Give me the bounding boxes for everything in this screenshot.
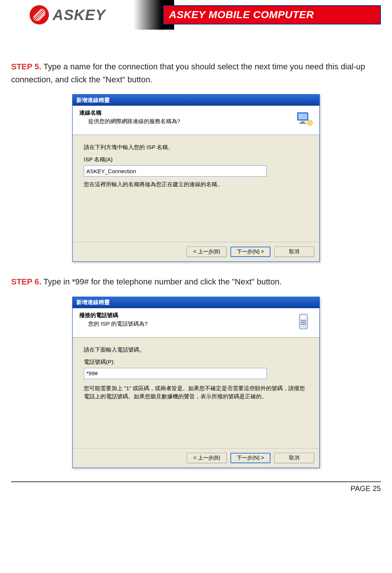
step-6-text: Type in *99# for the telephone number an… [41,277,282,286]
svg-rect-7 [298,113,307,119]
dialog-titlebar[interactable]: 新增連線精靈 [73,95,319,106]
svg-rect-14 [303,320,304,321]
svg-rect-18 [305,322,306,323]
brand-logo-icon [30,5,49,24]
step-5-label: STEP 5. [11,62,41,71]
header-banner-text: ASKEY MOBILE COMPUTER [169,9,314,21]
page-header: ASKEY ASKEY MOBILE COMPUTER [0,0,392,30]
svg-rect-21 [305,324,306,325]
instruction-line: 請在下列方塊中輸入您的 ISP 名稱。 [84,144,308,151]
step-6-label: STEP 6. [11,277,41,286]
svg-rect-15 [305,320,306,321]
step-5-text: Type a name for the connection that you … [11,62,365,84]
connection-icon [296,110,313,128]
step-6-block: STEP 6. Type in *99# for the telephone n… [11,275,381,468]
dialog-header-pane: 連線名稱 提供您的網際網路連線的服務名稱為? [73,106,319,135]
dialog-heading: 撥接的電話號碼 [79,312,313,319]
wizard-dialog-step6: 新增連線精靈 撥接的電話號碼 您的 ISP 的電話號碼為? 請在下面輸入電話號碼… [72,297,320,468]
svg-rect-12 [301,316,306,319]
step-6-paragraph: STEP 6. Type in *99# for the telephone n… [11,275,381,288]
phone-icon [296,313,313,330]
header-banner: ASKEY MOBILE COMPUTER [163,5,381,24]
brand-logo: ASKEY [30,5,106,24]
dialog-title: 新增連線精靈 [76,97,110,104]
dialog-subheading: 提供您的網際網路連線的服務名稱為? [88,118,313,125]
isp-name-input[interactable] [84,165,267,177]
dialog-button-bar: < 上一步(B) 下一步(N) > 取消 [73,448,319,468]
svg-rect-8 [301,121,305,123]
note-line: 您可能需要加上 "1" 或區碼，或兩者皆是。如果您不確定是否需要這些額外的號碼，… [84,384,308,401]
dialog-button-bar: < 上一步(B) 下一步(N) > 取消 [73,242,319,261]
svg-rect-20 [303,324,304,325]
svg-rect-17 [303,322,304,323]
phone-number-input[interactable] [84,368,267,379]
phone-number-label: 電話號碼(P): [84,359,308,366]
step-5-block: STEP 5. Type a name for the connection t… [11,60,381,262]
instruction-line: 請在下面輸入電話號碼。 [84,346,308,353]
wizard-dialog-step5: 新增連線精靈 連線名稱 提供您的網際網路連線的服務名稱為? 請在下列方塊中輸入您… [72,94,320,262]
brand-logo-text: ASKEY [53,7,106,23]
step-5-dialog-wrap: 新增連線精靈 連線名稱 提供您的網際網路連線的服務名稱為? 請在下列方塊中輸入您… [11,94,381,262]
next-button[interactable]: 下一步(N) > [230,453,270,463]
dialog-body: 請在下面輸入電話號碼。 電話號碼(P): 您可能需要加上 "1" 或區碼，或兩者… [73,337,319,448]
dialog-title: 新增連線精靈 [76,299,110,306]
page-footer: PAGE 25 [11,481,381,493]
back-button[interactable]: < 上一步(B) [187,453,227,463]
step-6-dialog-wrap: 新增連線精靈 撥接的電話號碼 您的 ISP 的電話號碼為? 請在下面輸入電話號碼… [11,297,381,468]
svg-rect-19 [301,324,302,325]
step-5-paragraph: STEP 5. Type a name for the connection t… [11,60,381,86]
svg-line-2 [33,9,43,19]
svg-point-10 [307,120,313,126]
dialog-titlebar[interactable]: 新增連線精靈 [73,297,319,308]
dialog-body: 請在下列方塊中輸入您的 ISP 名稱。 ISP 名稱(A) 您在這裡所輸入的名稱… [73,135,319,242]
svg-rect-16 [301,322,302,323]
content-area: STEP 5. Type a name for the connection t… [0,30,392,468]
document-page: ASKEY ASKEY MOBILE COMPUTER STEP 5. Type… [0,0,392,508]
note-line: 您在這裡所輸入的名稱將做為您正在建立的連線的名稱。 [84,181,308,188]
back-button[interactable]: < 上一步(B) [187,247,227,257]
dialog-header-pane: 撥接的電話號碼 您的 ISP 的電話號碼為? [73,308,319,337]
next-button[interactable]: 下一步(N) > [230,247,270,257]
page-number: PAGE 25 [351,484,381,493]
dialog-subheading: 您的 ISP 的電話號碼為? [88,320,313,327]
svg-rect-13 [301,320,302,321]
svg-rect-9 [299,123,306,124]
cancel-button[interactable]: 取消 [274,453,314,463]
cancel-button[interactable]: 取消 [274,247,314,257]
isp-name-label: ISP 名稱(A) [84,156,308,163]
dialog-heading: 連線名稱 [79,109,313,116]
